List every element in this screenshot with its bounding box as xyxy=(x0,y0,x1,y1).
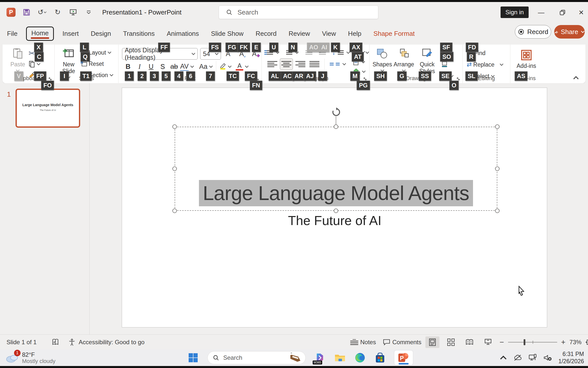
redo-icon[interactable]: ↻ xyxy=(53,8,62,17)
tab-slide-show[interactable]: Slide Show xyxy=(207,27,247,41)
columns-button[interactable] xyxy=(328,58,341,70)
convert-to-smartart-button[interactable] xyxy=(353,68,366,75)
layout-button[interactable]: Layout xyxy=(81,48,113,58)
undo-icon[interactable]: ↺ xyxy=(38,8,47,17)
clipboard-dialog-launcher[interactable] xyxy=(48,77,52,81)
text-shadow-button[interactable]: S xyxy=(157,61,168,72)
selected-title-text[interactable]: Large Language Model Agents xyxy=(199,180,473,206)
increase-indent-icon[interactable] xyxy=(319,49,326,56)
underline-button[interactable]: U xyxy=(146,61,157,72)
customize-qat-icon[interactable] xyxy=(84,8,93,17)
minimize-button[interactable]: — xyxy=(534,7,549,19)
onedrive-paused-icon[interactable] xyxy=(513,353,522,362)
align-text-button[interactable] xyxy=(353,59,365,65)
resize-handle-top-center[interactable] xyxy=(334,124,338,129)
tab-view[interactable]: View xyxy=(318,27,339,41)
decrease-indent-icon[interactable] xyxy=(305,49,312,56)
network-display-icon[interactable] xyxy=(528,353,537,362)
file-explorer-icon[interactable] xyxy=(334,352,346,363)
volume-muted-icon[interactable] xyxy=(543,353,552,362)
resize-handle-middle-left[interactable] xyxy=(172,166,177,171)
bullets-icon[interactable] xyxy=(267,49,273,56)
start-button[interactable] xyxy=(187,352,199,363)
taskbar-search[interactable]: Search xyxy=(207,351,306,364)
clear-formatting-button[interactable]: A◆ xyxy=(251,48,262,59)
change-case-button[interactable]: Aa xyxy=(199,61,213,72)
text-direction-button[interactable]: ↓↑ xyxy=(353,48,365,56)
slide-thumbnail[interactable]: Large Language Model Agents The Future o… xyxy=(16,89,80,128)
character-spacing-button[interactable]: AV xyxy=(180,61,194,72)
italic-button[interactable]: I xyxy=(134,61,145,72)
tab-animations[interactable]: Animations xyxy=(163,27,202,41)
sign-in-button[interactable]: Sign in xyxy=(501,7,529,18)
normal-view-button[interactable] xyxy=(425,336,439,348)
paragraph-dialog-launcher[interactable] xyxy=(363,77,367,81)
resize-handle-middle-right[interactable] xyxy=(495,166,500,171)
resize-handle-top-left[interactable] xyxy=(172,124,177,129)
font-name-combobox[interactable]: Aptos Display (Headings) xyxy=(122,48,198,60)
copilot-m365-icon[interactable]: M365 xyxy=(314,352,326,363)
shrink-font-button[interactable]: A^ xyxy=(237,48,248,59)
powerpoint-taskbar-icon[interactable]: P xyxy=(394,350,413,365)
start-slideshow-icon[interactable] xyxy=(69,8,78,17)
zoom-slider-handle[interactable] xyxy=(524,339,525,345)
fit-to-window-icon[interactable] xyxy=(585,338,588,346)
zoom-in-button[interactable]: + xyxy=(561,338,566,346)
addins-button[interactable]: Add-ins xyxy=(516,46,537,69)
tab-home[interactable]: Home xyxy=(26,27,54,41)
tray-hidden-icons-chevron[interactable] xyxy=(500,355,507,360)
notes-toggle[interactable]: Notes xyxy=(350,338,376,346)
search-box[interactable]: Search xyxy=(219,6,378,19)
tab-file[interactable]: File xyxy=(4,27,21,41)
align-right-button[interactable] xyxy=(294,58,307,70)
record-button[interactable]: Record xyxy=(515,25,551,39)
bold-button[interactable]: B xyxy=(123,61,134,72)
slideshow-view-button[interactable] xyxy=(481,336,495,348)
shape-fill-button[interactable] xyxy=(441,48,454,58)
resize-handle-bottom-center[interactable] xyxy=(334,209,338,213)
find-button[interactable]: Find xyxy=(467,48,510,58)
close-button[interactable]: ✕ xyxy=(574,7,588,19)
copy-button[interactable] xyxy=(29,59,41,69)
collapse-ribbon-icon[interactable] xyxy=(573,76,579,80)
shape-outline-button[interactable] xyxy=(441,59,454,69)
new-slide-button[interactable]: New Slide xyxy=(57,45,81,80)
reset-button[interactable]: Reset xyxy=(81,59,113,69)
text-highlight-button[interactable] xyxy=(219,61,232,72)
spellcheck-book-icon[interactable] xyxy=(52,338,59,346)
restore-button[interactable] xyxy=(555,7,570,19)
zoom-level[interactable]: 73% xyxy=(569,339,581,346)
zoom-slider[interactable] xyxy=(508,342,557,342)
cut-button[interactable]: ✂ xyxy=(29,48,41,58)
edge-browser-icon[interactable] xyxy=(354,352,366,363)
microsoft-store-icon[interactable] xyxy=(374,352,386,363)
tab-record[interactable]: Record xyxy=(252,27,280,41)
align-left-button[interactable] xyxy=(266,58,279,70)
slide-sorter-view-button[interactable] xyxy=(444,336,458,348)
font-dialog-launcher[interactable] xyxy=(255,77,260,81)
paste-button[interactable]: Paste xyxy=(7,45,29,80)
share-button[interactable]: Share xyxy=(554,25,585,39)
taskbar-weather-widget[interactable]: 1 82°F Mostly cloudy xyxy=(0,351,55,364)
accessibility-status[interactable]: Accessibility: Good to go xyxy=(79,339,145,346)
align-center-button[interactable] xyxy=(280,58,293,70)
tab-insert[interactable]: Insert xyxy=(59,27,82,41)
comments-toggle[interactable]: Comments xyxy=(383,338,421,346)
save-icon[interactable] xyxy=(22,8,31,17)
resize-handle-top-right[interactable] xyxy=(495,124,500,129)
rotation-handle[interactable] xyxy=(331,107,341,117)
resize-handle-bottom-left[interactable] xyxy=(172,209,177,213)
tab-design[interactable]: Design xyxy=(87,27,114,41)
font-size-combobox[interactable]: 54 xyxy=(200,48,221,60)
slide-subtitle[interactable]: The Future of AI xyxy=(122,213,547,228)
tab-review[interactable]: Review xyxy=(285,27,313,41)
zoom-out-button[interactable]: − xyxy=(500,338,504,346)
drawing-dialog-launcher[interactable] xyxy=(456,77,460,81)
tab-help[interactable]: Help xyxy=(344,27,365,41)
grow-font-button[interactable]: A^ xyxy=(223,48,234,59)
tab-shape-format[interactable]: Shape Format xyxy=(370,27,418,41)
resize-handle-bottom-right[interactable] xyxy=(495,209,500,213)
font-color-button[interactable]: A xyxy=(236,61,249,72)
accessibility-icon[interactable] xyxy=(68,338,76,346)
taskbar-clock[interactable]: 6:31 PM 1/26/2026 xyxy=(558,350,584,365)
